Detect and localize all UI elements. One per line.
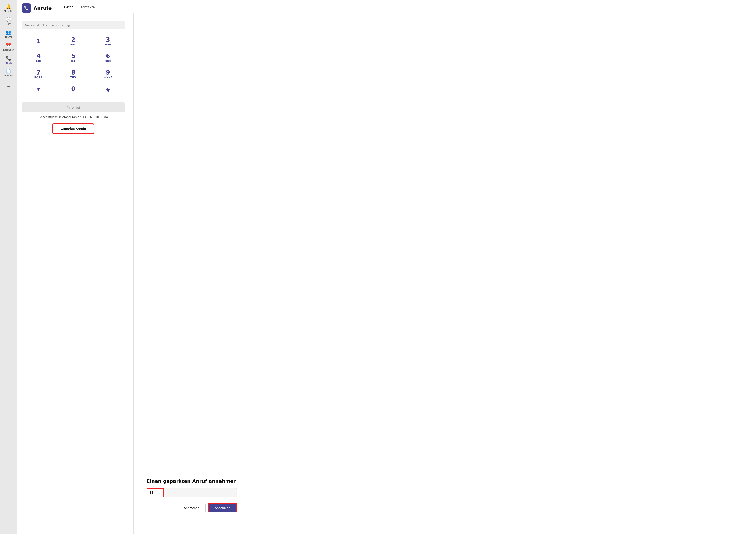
dialpad-key-#[interactable]: # (91, 83, 125, 98)
tab-kontakte[interactable]: Kontakte (77, 4, 98, 12)
teams-icon: 👥 (6, 30, 11, 35)
dialpad-key-1[interactable]: 1 (21, 34, 55, 49)
chat-icon: 💬 (6, 17, 11, 22)
phone-nav-icon: 📞 (6, 56, 11, 61)
dialpad-key-3[interactable]: 3DEF (91, 34, 125, 49)
business-number: Geschäftliche Telefonnummer: +41 32 510 … (21, 115, 125, 119)
dialpad-key-0[interactable]: 0+ (56, 83, 90, 98)
sidebar-label-anrufe: Anrufe (5, 62, 13, 64)
sidebar-label-dateien: Dateien (4, 74, 13, 77)
parked-call-panel: Einen geparkten Anruf annehmen Abbrechen… (147, 478, 237, 513)
dialpad-key-*[interactable]: * (21, 83, 55, 98)
parked-code-input[interactable] (147, 488, 164, 497)
parked-input-row (147, 488, 237, 497)
parked-panel-title: Einen geparkten Anruf annehmen (147, 478, 237, 484)
content-area: 12ABC3DEF4GHI5JKL6MNO7PQRS8TUV9WXYZ*0+# … (17, 13, 756, 534)
anrufe-icon (21, 3, 31, 13)
search-input[interactable] (25, 23, 122, 27)
search-container[interactable] (21, 21, 125, 29)
accept-button[interactable]: Annehmen (208, 503, 237, 513)
dialpad-key-7[interactable]: 7PQRS (21, 66, 55, 82)
sidebar-item-dateien[interactable]: 📄 Dateien (1, 67, 16, 79)
sidebar-label-aktivitaet: Aktivität (3, 10, 14, 13)
call-button-label: Anruf (72, 106, 80, 109)
files-icon: 📄 (6, 68, 11, 74)
sidebar-label-chat: Chat (6, 23, 12, 25)
sidebar-label-kalender: Kalender (3, 48, 14, 51)
sidebar-item-aktivitaet[interactable]: 🔔 Aktivität (1, 2, 16, 14)
dialpad-key-9[interactable]: 9WXYZ (91, 66, 125, 82)
call-button[interactable]: Anruf (21, 103, 125, 113)
call-phone-icon (67, 105, 70, 110)
sidebar-item-chat[interactable]: 💬 Chat (1, 15, 16, 27)
right-panel: Einen geparkten Anruf annehmen Abbrechen… (134, 13, 756, 534)
sidebar-item-teams[interactable]: 👥 Teams (1, 28, 16, 40)
dialpad-key-2[interactable]: 2ABC (56, 34, 90, 49)
more-button[interactable]: ··· (5, 83, 12, 90)
tab-bar: Telefon Kontakte (59, 4, 98, 12)
sidebar-item-anrufe[interactable]: 📞 Anrufe (1, 54, 16, 66)
parked-actions: Abbrechen Annehmen (147, 503, 237, 513)
sidebar-label-teams: Teams (5, 36, 12, 38)
dialpad-panel: 12ABC3DEF4GHI5JKL6MNO7PQRS8TUV9WXYZ*0+# … (17, 13, 134, 534)
page-title: Anrufe (34, 6, 52, 11)
cancel-button[interactable]: Abbrechen (177, 503, 206, 513)
parked-input-extension (164, 488, 237, 497)
sidebar: 🔔 Aktivität 💬 Chat 👥 Teams 📅 Kalender 📞 … (0, 0, 17, 534)
dialpad-key-6[interactable]: 6MNO (91, 50, 125, 65)
parked-calls-button[interactable]: Geparkte Anrufe (53, 124, 94, 134)
dialpad-key-8[interactable]: 8TUV (56, 66, 90, 82)
dialpad: 12ABC3DEF4GHI5JKL6MNO7PQRS8TUV9WXYZ*0+# (21, 34, 125, 98)
phone-panel: 12ABC3DEF4GHI5JKL6MNO7PQRS8TUV9WXYZ*0+# … (17, 16, 129, 138)
page-header: Anrufe Telefon Kontakte (17, 0, 756, 13)
tab-telefon[interactable]: Telefon (59, 4, 77, 12)
main-area: Anrufe Telefon Kontakte 12ABC3DEF4GHI5JK… (17, 0, 756, 534)
calendar-icon: 📅 (6, 43, 11, 48)
sidebar-item-kalender[interactable]: 📅 Kalender (1, 41, 16, 53)
bell-icon: 🔔 (6, 4, 11, 9)
dialpad-key-5[interactable]: 5JKL (56, 50, 90, 65)
dialpad-key-4[interactable]: 4GHI (21, 50, 55, 65)
